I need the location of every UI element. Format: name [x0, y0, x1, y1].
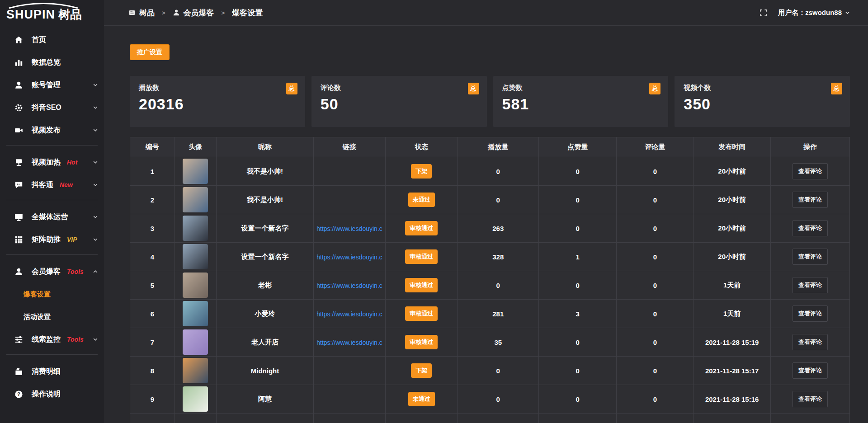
sidebar-item-douyin-seo[interactable]: 抖音SEO: [0, 96, 104, 119]
cell-action: 查看评论: [770, 271, 849, 300]
avatar: [183, 244, 208, 269]
sidebar-item-video-heat[interactable]: 视频加热Hot: [0, 151, 104, 174]
view-comments-button[interactable]: 查看评论: [793, 391, 828, 407]
cell-empty: [175, 414, 216, 423]
video-link[interactable]: https://www.iesdouyin.c: [316, 225, 382, 232]
avatar: [183, 187, 208, 212]
stat-cards: 播放数20316总评论数50总点赞数581总视频个数350总: [130, 76, 850, 127]
cell-action: 查看评论: [770, 385, 849, 414]
breadcrumb-item-member-baoke[interactable]: 会员爆客: [173, 8, 214, 18]
sidebar-item-help[interactable]: ?操作说明: [0, 383, 104, 405]
sidebar-item-badge: New: [60, 181, 73, 188]
cell-no: 6: [130, 300, 175, 328]
cell-link: https://www.iesdouyin.c: [313, 214, 385, 243]
fullscreen-icon[interactable]: [760, 9, 767, 17]
bar-chart-icon: [14, 58, 23, 67]
avatar: [183, 159, 208, 184]
cell-nick: 我不是小帅!: [217, 186, 314, 214]
home-icon: [14, 36, 23, 44]
avatar-cell: [175, 300, 216, 328]
cell-no: 5: [130, 271, 175, 300]
sidebar-item-douketong[interactable]: 抖客通New: [0, 174, 104, 196]
view-comments-button[interactable]: 查看评论: [793, 306, 828, 322]
logo-text: SHUPIN: [6, 8, 55, 22]
column-header: 头像: [175, 137, 216, 157]
stat-value: 20316: [139, 95, 296, 113]
status-badge: 审核通过: [405, 306, 438, 321]
sidebar-item-consume-detail[interactable]: 消费明细: [0, 360, 104, 383]
view-comments-button[interactable]: 查看评论: [793, 192, 828, 208]
cell-comments: 0: [617, 300, 693, 328]
table-row: 7老人开店https://www.iesdouyin.c审核通过35002021…: [130, 328, 850, 357]
sidebar-item-matrix-boost[interactable]: 矩阵助推VIP: [0, 228, 104, 251]
cell-status: 审核通过: [386, 271, 458, 300]
table-row: 1我不是小帅!下架00020小时前查看评论: [130, 157, 850, 186]
sidebar-divider: [6, 200, 98, 200]
sidebar-item-label: 账号管理: [32, 80, 61, 90]
table-header-row: 编号头像昵称链接状态播放量点赞量评论量发布时间操作: [130, 137, 850, 157]
total-badge: 总: [649, 83, 660, 94]
view-comments-button[interactable]: 查看评论: [793, 277, 828, 293]
video-link[interactable]: https://www.iesdouyin.c: [316, 339, 382, 346]
sidebar-subitem-activity-settings[interactable]: 活动设置: [0, 306, 104, 328]
video-link[interactable]: https://www.iesdouyin.c: [316, 254, 382, 261]
chevron-down-icon: [845, 10, 850, 15]
video-link[interactable]: https://www.iesdouyin.c: [316, 282, 382, 289]
column-header: 发布时间: [693, 137, 770, 157]
sidebar-item-data-overview[interactable]: 数据总览: [0, 51, 104, 74]
cell-likes: 3: [539, 300, 617, 328]
table-row: 5老彬https://www.iesdouyin.c审核通过0001天前查看评论: [130, 271, 850, 300]
table-row: 9阿慧未通过0002021-11-28 15:16查看评论: [130, 385, 850, 414]
sidebar-item-clue-monitor[interactable]: 线索监控Tools: [0, 328, 104, 351]
cell-comments: 0: [617, 328, 693, 357]
cell-empty: [617, 414, 693, 423]
sidebar-item-video-publish[interactable]: 视频发布: [0, 119, 104, 141]
promo-settings-button[interactable]: 推广设置: [130, 44, 170, 60]
table-row-partial: [130, 414, 850, 423]
cell-empty: [539, 414, 617, 423]
view-comments-button[interactable]: 查看评论: [793, 249, 828, 265]
column-header: 点赞量: [539, 137, 617, 157]
sidebar-item-badge: Tools: [67, 268, 84, 275]
view-comments-button[interactable]: 查看评论: [793, 334, 828, 350]
sidebar-item-home[interactable]: 首页: [0, 28, 104, 51]
cell-link: https://www.iesdouyin.c: [313, 271, 385, 300]
cell-link: https://www.iesdouyin.c: [313, 300, 385, 328]
cell-status: 未通过: [386, 186, 458, 214]
logo-arc: [7, 3, 80, 9]
table-row: 6小爱玲https://www.iesdouyin.c审核通过281301天前查…: [130, 300, 850, 328]
column-header: 播放量: [458, 137, 539, 157]
logo-suffix: 树品: [58, 7, 82, 23]
view-comments-button[interactable]: 查看评论: [793, 220, 828, 236]
sidebar-item-member-baoke[interactable]: 会员爆客Tools: [0, 260, 104, 283]
status-badge: 审核通过: [405, 221, 438, 235]
chevron-up-icon: [93, 269, 98, 274]
table-row: 3设置一个新名字https://www.iesdouyin.c审核通过26300…: [130, 214, 850, 243]
gear-icon: [14, 103, 23, 112]
chevron-down-icon: [93, 337, 98, 342]
breadcrumb-item-shupin[interactable]: 树品: [128, 8, 155, 18]
breadcrumb: 树品>会员爆客>爆客设置: [128, 8, 263, 18]
view-comments-button[interactable]: 查看评论: [793, 163, 828, 179]
cell-plays: 0: [458, 271, 539, 300]
sidebar-item-badge: Tools: [67, 336, 84, 343]
sidebar-item-account-manage[interactable]: 账号管理: [0, 74, 104, 96]
cell-no: 1: [130, 157, 175, 186]
sidebar-item-label: 数据总览: [32, 58, 61, 67]
video-link[interactable]: https://www.iesdouyin.c: [316, 310, 382, 318]
sidebar-subitem-baoke-settings[interactable]: 爆客设置: [0, 283, 104, 306]
view-comments-button[interactable]: 查看评论: [793, 362, 828, 379]
cell-comments: 0: [617, 186, 693, 214]
cell-comments: 0: [617, 385, 693, 414]
status-badge: 审核通过: [405, 278, 438, 292]
stat-value: 350: [684, 95, 841, 113]
status-badge: 下架: [411, 164, 432, 179]
status-badge: 审核通过: [405, 335, 438, 349]
cell-no: 4: [130, 243, 175, 271]
cell-link: [313, 157, 385, 186]
sidebar-item-label: 消费明细: [32, 367, 61, 376]
user-menu[interactable]: 用户名：zswodun88: [778, 9, 850, 17]
sidebar-item-media-operation[interactable]: 全媒体运营: [0, 206, 104, 228]
cell-likes: 0: [539, 271, 617, 300]
table-row: 2我不是小帅!未通过00020小时前查看评论: [130, 186, 850, 214]
